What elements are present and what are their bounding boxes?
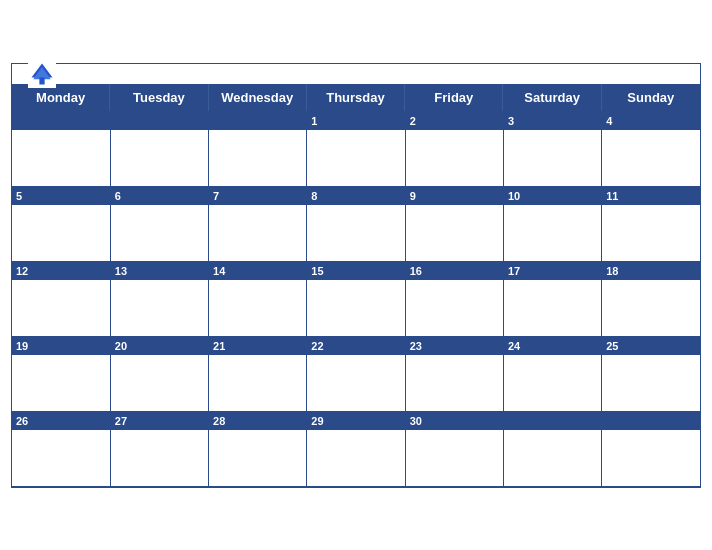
svg-rect-3 [39, 77, 44, 84]
date-number: 1 [311, 115, 317, 127]
day-header-friday: Friday [405, 84, 503, 111]
cell-body [209, 280, 306, 336]
cell-body [406, 205, 503, 261]
cell-body [406, 355, 503, 411]
cell-body [111, 355, 208, 411]
cell-body [602, 130, 700, 186]
date-number: 4 [606, 115, 612, 127]
date-number: 2 [410, 115, 416, 127]
cell-body [504, 130, 601, 186]
cal-cell [110, 111, 208, 186]
date-number: 29 [311, 415, 323, 427]
date-number: 17 [508, 265, 520, 277]
cal-cell: 12 [12, 261, 110, 336]
cell-body [111, 280, 208, 336]
cell-body [307, 355, 404, 411]
day-headers: MondayTuesdayWednesdayThursdayFridaySatu… [12, 84, 700, 111]
cal-cell: 23 [405, 336, 503, 411]
cal-cell [12, 111, 110, 186]
cal-cell: 4 [602, 111, 700, 186]
cell-body [406, 430, 503, 486]
cell-body [602, 205, 700, 261]
date-number: 27 [115, 415, 127, 427]
date-number: 26 [16, 415, 28, 427]
cal-cell [503, 411, 601, 486]
logo-icon [28, 60, 56, 88]
date-number: 28 [213, 415, 225, 427]
date-number: 20 [115, 340, 127, 352]
cell-body [111, 205, 208, 261]
cell-body [406, 130, 503, 186]
cell-body [307, 205, 404, 261]
cal-cell: 27 [110, 411, 208, 486]
date-number: 22 [311, 340, 323, 352]
date-number: 15 [311, 265, 323, 277]
cal-cell: 7 [209, 186, 307, 261]
cell-body [12, 205, 110, 261]
cal-cell: 13 [110, 261, 208, 336]
calendar-grid: 1234567891011121314151617181920212223242… [12, 111, 700, 487]
cal-cell: 14 [209, 261, 307, 336]
cell-body [111, 130, 208, 186]
date-number: 19 [16, 340, 28, 352]
cell-body [307, 130, 404, 186]
week-row-2: 567891011 [12, 186, 700, 261]
cell-body [504, 205, 601, 261]
cal-cell: 17 [503, 261, 601, 336]
date-number: 8 [311, 190, 317, 202]
cell-body [602, 430, 700, 486]
date-number: 10 [508, 190, 520, 202]
date-number: 13 [115, 265, 127, 277]
cal-cell: 15 [307, 261, 405, 336]
cal-cell: 29 [307, 411, 405, 486]
cal-cell: 3 [503, 111, 601, 186]
date-number: 12 [16, 265, 28, 277]
cell-body [307, 430, 404, 486]
cell-body [504, 280, 601, 336]
cal-cell: 8 [307, 186, 405, 261]
week-row-4: 19202122232425 [12, 336, 700, 411]
date-number: 9 [410, 190, 416, 202]
date-number: 7 [213, 190, 219, 202]
cell-body [209, 355, 306, 411]
cell-body [209, 205, 306, 261]
cal-cell: 25 [602, 336, 700, 411]
cal-cell: 10 [503, 186, 601, 261]
date-number: 25 [606, 340, 618, 352]
day-header-thursday: Thursday [307, 84, 405, 111]
date-number: 5 [16, 190, 22, 202]
calendar-header [12, 64, 700, 84]
logo [28, 60, 60, 88]
cal-cell: 22 [307, 336, 405, 411]
cal-cell: 18 [602, 261, 700, 336]
day-header-sunday: Sunday [602, 84, 700, 111]
date-number: 3 [508, 115, 514, 127]
cal-cell: 24 [503, 336, 601, 411]
date-number: 21 [213, 340, 225, 352]
cell-body [602, 280, 700, 336]
cal-cell: 20 [110, 336, 208, 411]
date-number: 24 [508, 340, 520, 352]
cell-body [209, 430, 306, 486]
date-number: 30 [410, 415, 422, 427]
date-number: 16 [410, 265, 422, 277]
cal-cell: 28 [209, 411, 307, 486]
cal-cell: 11 [602, 186, 700, 261]
cell-body [12, 130, 110, 186]
date-number: 11 [606, 190, 618, 202]
cal-cell: 2 [405, 111, 503, 186]
cell-body [209, 130, 306, 186]
cell-body [111, 430, 208, 486]
calendar: MondayTuesdayWednesdayThursdayFridaySatu… [11, 63, 701, 488]
cal-cell: 5 [12, 186, 110, 261]
date-number: 23 [410, 340, 422, 352]
day-header-saturday: Saturday [503, 84, 601, 111]
day-header-tuesday: Tuesday [110, 84, 208, 111]
cal-cell: 1 [307, 111, 405, 186]
week-row-1: 1234 [12, 111, 700, 186]
cal-cell [602, 411, 700, 486]
cell-body [504, 430, 601, 486]
date-number: 14 [213, 265, 225, 277]
date-number: 18 [606, 265, 618, 277]
day-header-monday: Monday [12, 84, 110, 111]
